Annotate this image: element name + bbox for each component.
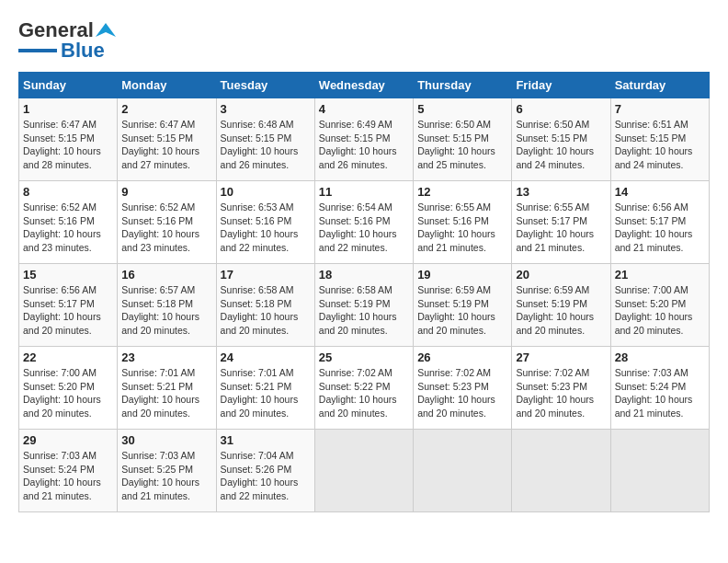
- day-info: Sunrise: 6:53 AM Sunset: 5:16 PM Dayligh…: [221, 201, 311, 255]
- weekday-header-row: SundayMondayTuesdayWednesdayThursdayFrid…: [19, 73, 710, 98]
- day-number: 2: [121, 102, 211, 116]
- day-number: 15: [23, 268, 113, 282]
- logo-blue: Blue: [61, 39, 105, 63]
- day-info: Sunrise: 7:02 AM Sunset: 5:23 PM Dayligh…: [417, 366, 507, 420]
- day-info: Sunrise: 6:55 AM Sunset: 5:16 PM Dayligh…: [417, 201, 507, 255]
- day-info: Sunrise: 6:50 AM Sunset: 5:15 PM Dayligh…: [516, 118, 606, 172]
- day-number: 31: [221, 433, 311, 447]
- day-number: 24: [221, 350, 311, 364]
- calendar-cell: 25Sunrise: 7:02 AM Sunset: 5:22 PM Dayli…: [314, 347, 413, 430]
- weekday-header-monday: Monday: [118, 73, 216, 98]
- day-info: Sunrise: 6:48 AM Sunset: 5:15 PM Dayligh…: [221, 118, 311, 172]
- calendar-cell: 30Sunrise: 7:03 AM Sunset: 5:25 PM Dayli…: [118, 430, 216, 512]
- calendar-cell: 3Sunrise: 6:48 AM Sunset: 5:15 PM Daylig…: [216, 98, 314, 181]
- calendar-cell: 7Sunrise: 6:51 AM Sunset: 5:15 PM Daylig…: [610, 98, 709, 181]
- calendar-week-row: 29Sunrise: 7:03 AM Sunset: 5:24 PM Dayli…: [19, 430, 710, 512]
- day-number: 16: [121, 268, 211, 282]
- calendar-cell: [610, 430, 709, 512]
- calendar-cell: 14Sunrise: 6:56 AM Sunset: 5:17 PM Dayli…: [610, 181, 709, 264]
- day-number: 23: [121, 350, 211, 364]
- day-info: Sunrise: 7:03 AM Sunset: 5:24 PM Dayligh…: [615, 366, 705, 420]
- calendar-cell: 23Sunrise: 7:01 AM Sunset: 5:21 PM Dayli…: [118, 347, 216, 430]
- calendar-cell: 11Sunrise: 6:54 AM Sunset: 5:16 PM Dayli…: [314, 181, 413, 264]
- day-number: 19: [417, 268, 507, 282]
- day-number: 27: [516, 350, 606, 364]
- day-info: Sunrise: 7:02 AM Sunset: 5:22 PM Dayligh…: [319, 366, 409, 420]
- calendar-cell: 12Sunrise: 6:55 AM Sunset: 5:16 PM Dayli…: [414, 181, 512, 264]
- day-info: Sunrise: 6:55 AM Sunset: 5:17 PM Dayligh…: [516, 201, 606, 255]
- day-info: Sunrise: 6:49 AM Sunset: 5:15 PM Dayligh…: [319, 118, 409, 172]
- calendar-week-row: 8Sunrise: 6:52 AM Sunset: 5:16 PM Daylig…: [19, 181, 710, 264]
- calendar-cell: 22Sunrise: 7:00 AM Sunset: 5:20 PM Dayli…: [19, 347, 118, 430]
- day-number: 21: [615, 268, 705, 282]
- weekday-header-thursday: Thursday: [414, 73, 512, 98]
- day-info: Sunrise: 6:54 AM Sunset: 5:16 PM Dayligh…: [319, 201, 409, 255]
- calendar-week-row: 15Sunrise: 6:56 AM Sunset: 5:17 PM Dayli…: [19, 264, 710, 347]
- weekday-header-friday: Friday: [512, 73, 610, 98]
- logo: General Blue: [18, 18, 116, 63]
- day-info: Sunrise: 6:50 AM Sunset: 5:15 PM Dayligh…: [417, 118, 507, 172]
- day-info: Sunrise: 6:58 AM Sunset: 5:18 PM Dayligh…: [221, 283, 311, 338]
- day-number: 9: [121, 185, 211, 199]
- calendar-cell: [414, 430, 512, 512]
- day-number: 11: [319, 185, 409, 199]
- calendar-cell: 4Sunrise: 6:49 AM Sunset: 5:15 PM Daylig…: [314, 98, 413, 181]
- weekday-header-wednesday: Wednesday: [314, 73, 413, 98]
- day-info: Sunrise: 6:56 AM Sunset: 5:17 PM Dayligh…: [615, 201, 705, 255]
- calendar-cell: 31Sunrise: 7:04 AM Sunset: 5:26 PM Dayli…: [216, 430, 314, 512]
- day-number: 18: [319, 268, 409, 282]
- day-info: Sunrise: 7:00 AM Sunset: 5:20 PM Dayligh…: [23, 366, 113, 420]
- day-info: Sunrise: 7:03 AM Sunset: 5:25 PM Dayligh…: [121, 449, 211, 503]
- calendar-cell: 9Sunrise: 6:52 AM Sunset: 5:16 PM Daylig…: [118, 181, 216, 264]
- calendar-cell: 15Sunrise: 6:56 AM Sunset: 5:17 PM Dayli…: [19, 264, 118, 347]
- day-number: 26: [417, 350, 507, 364]
- calendar-cell: [512, 430, 610, 512]
- day-number: 30: [121, 433, 211, 447]
- calendar-cell: 21Sunrise: 7:00 AM Sunset: 5:20 PM Dayli…: [610, 264, 709, 347]
- calendar-cell: 17Sunrise: 6:58 AM Sunset: 5:18 PM Dayli…: [216, 264, 314, 347]
- calendar-cell: 28Sunrise: 7:03 AM Sunset: 5:24 PM Dayli…: [610, 347, 709, 430]
- calendar-cell: 27Sunrise: 7:02 AM Sunset: 5:23 PM Dayli…: [512, 347, 610, 430]
- calendar-cell: 2Sunrise: 6:47 AM Sunset: 5:15 PM Daylig…: [118, 98, 216, 181]
- calendar-table: SundayMondayTuesdayWednesdayThursdayFrid…: [18, 72, 710, 512]
- day-info: Sunrise: 6:57 AM Sunset: 5:18 PM Dayligh…: [121, 283, 211, 338]
- weekday-header-sunday: Sunday: [19, 73, 118, 98]
- calendar-week-row: 1Sunrise: 6:47 AM Sunset: 5:15 PM Daylig…: [19, 98, 710, 181]
- day-number: 13: [516, 185, 606, 199]
- day-info: Sunrise: 6:56 AM Sunset: 5:17 PM Dayligh…: [23, 283, 113, 338]
- calendar-cell: 8Sunrise: 6:52 AM Sunset: 5:16 PM Daylig…: [19, 181, 118, 264]
- calendar-cell: 1Sunrise: 6:47 AM Sunset: 5:15 PM Daylig…: [19, 98, 118, 181]
- day-info: Sunrise: 6:59 AM Sunset: 5:19 PM Dayligh…: [417, 283, 507, 338]
- day-info: Sunrise: 6:47 AM Sunset: 5:15 PM Dayligh…: [23, 118, 113, 172]
- calendar-cell: 16Sunrise: 6:57 AM Sunset: 5:18 PM Dayli…: [118, 264, 216, 347]
- day-info: Sunrise: 6:51 AM Sunset: 5:15 PM Dayligh…: [615, 118, 705, 172]
- calendar-cell: 24Sunrise: 7:01 AM Sunset: 5:21 PM Dayli…: [216, 347, 314, 430]
- day-number: 3: [221, 102, 311, 116]
- calendar-cell: 29Sunrise: 7:03 AM Sunset: 5:24 PM Dayli…: [19, 430, 118, 512]
- weekday-header-tuesday: Tuesday: [216, 73, 314, 98]
- day-number: 4: [319, 102, 409, 116]
- logo-bar: [18, 49, 57, 52]
- calendar-cell: [314, 430, 413, 512]
- day-number: 22: [23, 350, 113, 364]
- day-number: 7: [615, 102, 705, 116]
- calendar-cell: 20Sunrise: 6:59 AM Sunset: 5:19 PM Dayli…: [512, 264, 610, 347]
- day-info: Sunrise: 6:59 AM Sunset: 5:19 PM Dayligh…: [516, 283, 606, 338]
- weekday-header-saturday: Saturday: [610, 73, 709, 98]
- day-info: Sunrise: 6:52 AM Sunset: 5:16 PM Dayligh…: [121, 201, 211, 255]
- logo-bird-icon: [96, 20, 116, 40]
- calendar-cell: 18Sunrise: 6:58 AM Sunset: 5:19 PM Dayli…: [314, 264, 413, 347]
- day-info: Sunrise: 6:58 AM Sunset: 5:19 PM Dayligh…: [319, 283, 409, 338]
- day-info: Sunrise: 7:04 AM Sunset: 5:26 PM Dayligh…: [221, 449, 311, 503]
- day-number: 25: [319, 350, 409, 364]
- day-number: 5: [417, 102, 507, 116]
- day-info: Sunrise: 6:47 AM Sunset: 5:15 PM Dayligh…: [121, 118, 211, 172]
- day-info: Sunrise: 7:00 AM Sunset: 5:20 PM Dayligh…: [615, 283, 705, 338]
- page-header: General Blue: [18, 18, 710, 63]
- day-info: Sunrise: 7:01 AM Sunset: 5:21 PM Dayligh…: [221, 366, 311, 420]
- svg-marker-0: [96, 23, 116, 37]
- calendar-cell: 19Sunrise: 6:59 AM Sunset: 5:19 PM Dayli…: [414, 264, 512, 347]
- calendar-cell: 6Sunrise: 6:50 AM Sunset: 5:15 PM Daylig…: [512, 98, 610, 181]
- day-number: 10: [221, 185, 311, 199]
- day-number: 14: [615, 185, 705, 199]
